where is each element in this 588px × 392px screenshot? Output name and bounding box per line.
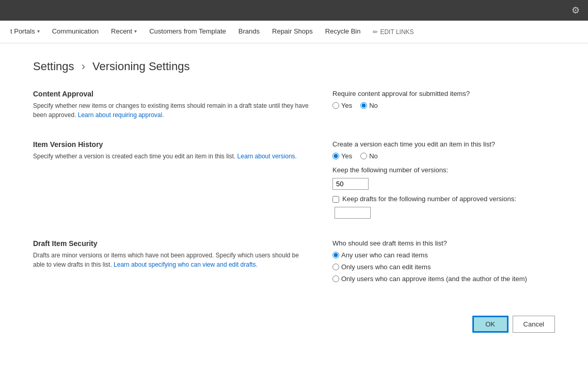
content-approval-left: Content Approval Specify whether new ite…: [33, 90, 332, 120]
dis-approve-label[interactable]: Only users who can approve items (and th…: [332, 275, 555, 283]
keep-drafts-row: Keep drafts for the following number of …: [332, 195, 555, 203]
draft-item-security-section: Draft Item Security Drafts are minor ver…: [33, 239, 555, 283]
item-version-history-learn-link[interactable]: Learn about versions.: [237, 153, 297, 160]
pencil-icon: ✏: [373, 28, 378, 36]
ivh-yes-radio[interactable]: [332, 153, 339, 159]
dis-approve-radio[interactable]: [332, 275, 339, 282]
main-content: Settings › Versioning Settings Content A…: [0, 43, 588, 392]
content-approval-yes-label[interactable]: Yes: [332, 102, 352, 109]
content-approval-yes-radio[interactable]: [332, 102, 339, 109]
draft-item-security-desc: Drafts are minor versions or items which…: [33, 251, 312, 269]
content-approval-no-label[interactable]: No: [360, 102, 378, 109]
keep-versions-input[interactable]: [332, 178, 369, 190]
content-approval-desc: Specify whether new items or changes to …: [33, 101, 312, 120]
dis-any-radio[interactable]: [332, 252, 339, 258]
draft-item-security-right: Who should see draft items in this list?…: [332, 239, 555, 283]
nav-item-portals[interactable]: t Portals ▾: [4, 21, 46, 43]
nav-bar: t Portals ▾ Communication Recent ▾ Custo…: [0, 21, 588, 43]
draft-item-security-left: Draft Item Security Drafts are minor ver…: [33, 239, 332, 283]
nav-item-recent[interactable]: Recent ▾: [105, 21, 143, 43]
draft-item-security-radio-group: Any user who can read items Only users w…: [332, 251, 555, 283]
breadcrumb-child: Versioning Settings: [92, 60, 189, 73]
item-version-history-right: Create a version each time you edit an i…: [332, 140, 555, 219]
item-version-history-radio-group: Yes No: [332, 152, 555, 160]
content-approval-learn-link[interactable]: Learn about requiring approval.: [78, 111, 164, 119]
draft-item-security-title: Draft Item Security: [33, 239, 312, 248]
breadcrumb-parent: Settings: [33, 60, 74, 73]
nav-item-communication[interactable]: Communication: [46, 21, 105, 43]
gear-icon[interactable]: ⚙: [571, 5, 580, 16]
content-approval-question: Require content approval for submitted i…: [332, 90, 555, 97]
keep-drafts-checkbox[interactable]: [332, 196, 339, 203]
content-approval-radio-group: Yes No: [332, 102, 555, 109]
item-version-history-desc: Specify whether a version is created eac…: [33, 152, 312, 161]
chevron-down-icon: ▾: [37, 28, 40, 34]
content-approval-right: Require content approval for submitted i…: [332, 90, 555, 120]
cancel-button[interactable]: Cancel: [513, 316, 555, 333]
button-row: OK Cancel: [33, 303, 555, 333]
dis-edit-label[interactable]: Only users who can edit items: [332, 263, 555, 271]
keep-drafts-input[interactable]: [335, 207, 371, 219]
nav-item-repair-shops[interactable]: Repair Shops: [266, 21, 319, 43]
nav-item-brands[interactable]: Brands: [232, 21, 266, 43]
content-approval-no-radio[interactable]: [360, 102, 367, 109]
ivh-no-label[interactable]: No: [360, 152, 378, 160]
nav-item-customers-from-template[interactable]: Customers from Template: [143, 21, 232, 43]
dis-any-label[interactable]: Any user who can read items: [332, 251, 555, 259]
draft-item-security-learn-link[interactable]: Learn about specifying who can view and …: [114, 261, 258, 268]
draft-item-security-question: Who should see draft items in this list?: [332, 239, 555, 247]
content-approval-section: Content Approval Specify whether new ite…: [33, 90, 555, 120]
ok-button[interactable]: OK: [472, 316, 508, 333]
item-version-history-section: Item Version History Specify whether a v…: [33, 140, 555, 219]
item-version-history-question: Create a version each time you edit an i…: [332, 140, 555, 148]
item-version-history-title: Item Version History: [33, 140, 312, 149]
edit-links-button[interactable]: ✏ EDIT LINKS: [367, 28, 420, 36]
nav-item-recycle-bin[interactable]: Recycle Bin: [319, 21, 367, 43]
chevron-down-icon: ▾: [134, 28, 137, 34]
breadcrumb-separator: ›: [82, 60, 85, 73]
top-bar: ⚙: [0, 0, 588, 21]
content-approval-title: Content Approval: [33, 90, 312, 98]
item-version-history-left: Item Version History Specify whether a v…: [33, 140, 332, 219]
page-title: Settings › Versioning Settings: [33, 60, 555, 73]
ivh-no-radio[interactable]: [360, 153, 367, 159]
ivh-yes-label[interactable]: Yes: [332, 152, 352, 160]
keep-versions-label: Keep the following number of versions:: [332, 166, 555, 174]
dis-edit-radio[interactable]: [332, 264, 339, 270]
keep-drafts-label: Keep drafts for the following number of …: [342, 195, 516, 203]
